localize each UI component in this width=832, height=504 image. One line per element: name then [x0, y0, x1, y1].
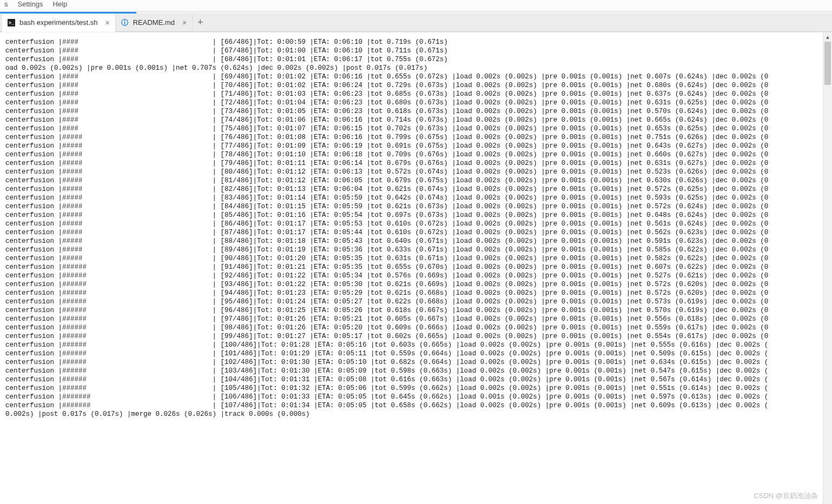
menu-item-help[interactable]: Help [52, 0, 67, 8]
tab-terminal[interactable]: >_ bash experiments/test.sh × [2, 14, 116, 32]
menu-item[interactable]: s [4, 0, 8, 8]
scrollbar[interactable]: ▲ [823, 32, 832, 504]
tab-bar: >_ bash experiments/test.sh × ⓘ README.m… [0, 14, 832, 32]
tab-label: bash experiments/test.sh [19, 18, 98, 26]
close-icon[interactable]: × [102, 18, 110, 27]
new-tab-button[interactable]: + [193, 17, 208, 28]
scroll-thumb[interactable] [824, 42, 831, 85]
watermark: CSDN @豆奶泡油条 [754, 491, 818, 501]
info-icon: ⓘ [121, 19, 129, 26]
terminal-icon: >_ [8, 19, 15, 26]
tab-readme[interactable]: ⓘ README.md × [116, 14, 193, 32]
scroll-up-icon[interactable]: ▲ [823, 32, 832, 42]
close-icon[interactable]: × [179, 18, 187, 27]
terminal-pane: centerfusion |#### | [66/486]|Tot: 0:00:… [0, 32, 832, 504]
menu-item-settings[interactable]: Settings [18, 0, 43, 8]
tab-label: README.md [133, 18, 175, 26]
menu-bar: s Settings Help [0, 0, 832, 12]
terminal-output[interactable]: centerfusion |#### | [66/486]|Tot: 0:00:… [0, 32, 832, 422]
